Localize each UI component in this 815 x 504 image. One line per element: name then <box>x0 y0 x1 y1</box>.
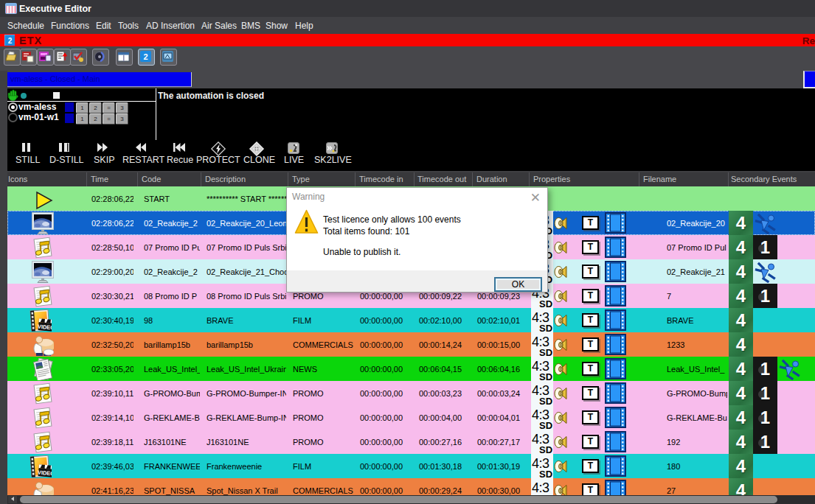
svg-text:2: 2 <box>8 37 13 45</box>
svg-text:2: 2 <box>143 52 148 61</box>
